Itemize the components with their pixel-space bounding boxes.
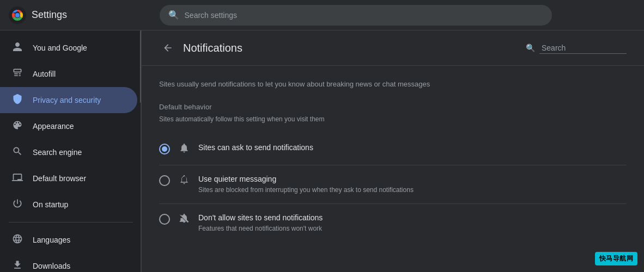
default-behavior-label: Default behavior [159, 103, 627, 111]
sidebar-item-search-engine[interactable]: Search engine [0, 139, 137, 165]
content-title: Notifications [183, 42, 242, 54]
sidebar-item-downloads[interactable]: Downloads [0, 253, 137, 272]
option-sites-can-ask-title: Sites can ask to send notifications [198, 143, 627, 153]
option-dont-allow-subtitle: Features that need notifications won't w… [198, 224, 627, 233]
global-search-input[interactable] [185, 11, 543, 20]
sidebar-item-languages[interactable]: Languages [0, 227, 137, 253]
option-use-quieter-content: Use quieter messaging Sites are blocked … [198, 174, 627, 195]
option-use-quieter-subtitle: Sites are blocked from interrupting you … [198, 186, 627, 195]
topbar: Settings 🔍 [0, 0, 644, 30]
radio-button-use-quieter[interactable] [159, 175, 170, 186]
back-button[interactable] [159, 39, 177, 57]
bell-off-icon [179, 213, 190, 226]
search-icon: 🔍 [168, 10, 179, 20]
radio-button-sites-can-ask[interactable] [159, 144, 170, 154]
radio-button-dont-allow[interactable] [159, 214, 170, 225]
content-area: Notifications 🔍 Sites usually send notif… [142, 30, 644, 272]
content-body: Sites usually send notifications to let … [142, 66, 644, 272]
content-search: 🔍 [526, 42, 627, 54]
global-search-bar[interactable]: 🔍 [160, 5, 552, 26]
sidebar-item-default-browser[interactable]: Default browser [0, 165, 137, 191]
logo-area: Settings [9, 7, 67, 24]
sidebar-label-downloads: Downloads [33, 262, 126, 270]
sidebar-label-on-startup: On startup [33, 200, 126, 209]
app-title: Settings [32, 9, 67, 21]
sidebar-label-you-and-google: You and Google [33, 44, 126, 52]
sidebar-item-on-startup[interactable]: On startup [0, 191, 137, 218]
bell-icon [179, 143, 190, 156]
search-engine-icon [11, 146, 24, 159]
content-header: Notifications 🔍 [142, 30, 644, 66]
option-use-quieter-title: Use quieter messaging [198, 174, 627, 185]
sidebar-divider [9, 222, 133, 222]
option-use-quieter[interactable]: Use quieter messaging Sites are blocked … [159, 165, 627, 204]
sidebar-label-search-engine: Search engine [33, 148, 126, 157]
sidebar-label-languages: Languages [33, 236, 126, 244]
shield-icon [11, 94, 24, 107]
bell-slash-icon [179, 174, 190, 188]
option-dont-allow[interactable]: Don't allow sites to send notifications … [159, 204, 627, 242]
person-icon [11, 41, 24, 55]
globe-icon [11, 233, 24, 247]
sidebar: You and Google Autofill Privacy and secu… [0, 30, 142, 272]
autofill-icon [11, 67, 24, 81]
sidebar-item-you-and-google[interactable]: You and Google [0, 35, 137, 61]
sidebar-label-autofill: Autofill [33, 70, 126, 78]
sidebar-item-privacy-security[interactable]: Privacy and security [0, 87, 137, 113]
sidebar-label-default-browser: Default browser [33, 174, 126, 183]
sidebar-item-autofill[interactable]: Autofill [0, 61, 137, 87]
scroll-indicator [140, 30, 142, 103]
option-sites-can-ask-content: Sites can ask to send notifications [198, 143, 627, 153]
notifications-description: Sites usually send notifications to let … [159, 79, 627, 90]
option-dont-allow-title: Don't allow sites to send notifications [198, 213, 627, 224]
content-search-icon: 🔍 [526, 44, 535, 52]
download-icon [11, 259, 24, 273]
sidebar-label-appearance: Appearance [33, 122, 126, 131]
content-search-input[interactable] [539, 42, 627, 54]
power-icon [11, 198, 24, 212]
svg-point-3 [15, 13, 20, 17]
default-behavior-sublabel: Sites automatically follow this setting … [159, 115, 627, 123]
palette-icon [11, 120, 24, 133]
option-dont-allow-content: Don't allow sites to send notifications … [198, 213, 627, 233]
watermark-badge: 快马导航网 [595, 252, 638, 265]
option-sites-can-ask[interactable]: Sites can ask to send notifications [159, 134, 627, 165]
sidebar-item-appearance[interactable]: Appearance [0, 113, 137, 139]
content-header-left: Notifications [159, 39, 242, 57]
monitor-icon [11, 172, 24, 186]
chrome-logo-icon [9, 7, 26, 24]
sidebar-label-privacy-security: Privacy and security [33, 96, 126, 104]
main-layout: You and Google Autofill Privacy and secu… [0, 30, 644, 272]
